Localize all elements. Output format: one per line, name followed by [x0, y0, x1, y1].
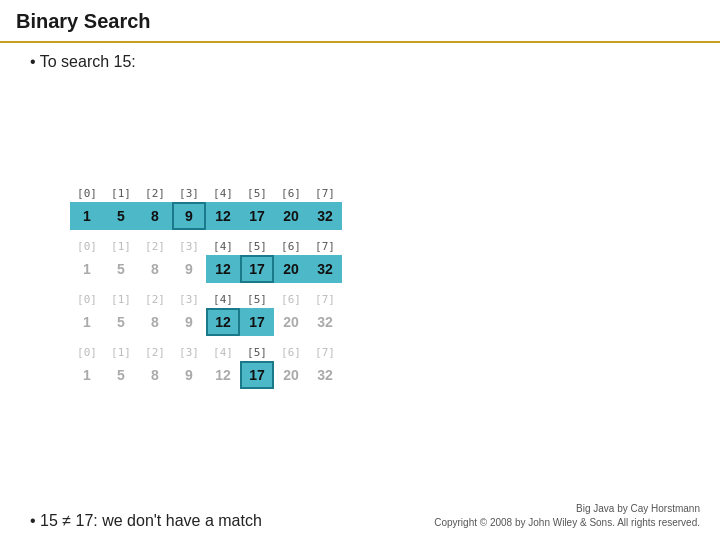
- index-cell-1-7: [7]: [308, 240, 342, 253]
- index-cell-0-2: [2]: [138, 187, 172, 200]
- index-cell-2-2: [2]: [138, 293, 172, 306]
- index-cell-1-3: [3]: [172, 240, 206, 253]
- value-cell-1-6: 20: [274, 255, 308, 283]
- index-cell-2-4: [4]: [206, 293, 240, 306]
- value-cell-2-6: 20: [274, 308, 308, 336]
- value-cell-3-3: 9: [172, 361, 206, 389]
- array-group-3: [0][1][2][3][4][5][6][7]158912172032: [70, 346, 700, 389]
- value-cell-1-2: 8: [138, 255, 172, 283]
- value-cell-2-5: 17: [240, 308, 274, 336]
- value-cell-3-1: 5: [104, 361, 138, 389]
- value-cell-0-6: 20: [274, 202, 308, 230]
- bullet-top-text: • To search 15:: [30, 53, 700, 71]
- bullet-bottom-text: • 15 ≠ 17: we don't have a match: [30, 512, 262, 530]
- index-cell-0-0: [0]: [70, 187, 104, 200]
- page-title: Binary Search: [16, 10, 151, 32]
- value-cell-1-7: 32: [308, 255, 342, 283]
- value-cell-2-0: 1: [70, 308, 104, 336]
- value-cell-2-3: 9: [172, 308, 206, 336]
- index-cell-1-4: [4]: [206, 240, 240, 253]
- value-cell-1-5: 17: [240, 255, 274, 283]
- index-cell-1-1: [1]: [104, 240, 138, 253]
- index-cell-3-5: [5]: [240, 346, 274, 359]
- index-cell-1-2: [2]: [138, 240, 172, 253]
- value-cell-0-2: 8: [138, 202, 172, 230]
- index-cell-2-1: [1]: [104, 293, 138, 306]
- index-cell-2-3: [3]: [172, 293, 206, 306]
- index-cell-3-1: [1]: [104, 346, 138, 359]
- index-cell-3-6: [6]: [274, 346, 308, 359]
- index-cell-0-6: [6]: [274, 187, 308, 200]
- index-cell-0-5: [5]: [240, 187, 274, 200]
- index-cell-2-6: [6]: [274, 293, 308, 306]
- value-cell-0-0: 1: [70, 202, 104, 230]
- value-cell-0-7: 32: [308, 202, 342, 230]
- index-cell-3-7: [7]: [308, 346, 342, 359]
- index-cell-2-0: [0]: [70, 293, 104, 306]
- header: Binary Search: [0, 0, 720, 43]
- index-cell-1-0: [0]: [70, 240, 104, 253]
- value-cell-3-5: 17: [240, 361, 274, 389]
- index-cell-1-6: [6]: [274, 240, 308, 253]
- value-cell-2-2: 8: [138, 308, 172, 336]
- value-cell-2-1: 5: [104, 308, 138, 336]
- arrays-container: [0][1][2][3][4][5][6][7]158912172032[0][…: [70, 77, 700, 498]
- value-cell-3-4: 12: [206, 361, 240, 389]
- index-cell-0-1: [1]: [104, 187, 138, 200]
- array-group-1: [0][1][2][3][4][5][6][7]158912172032: [70, 240, 700, 283]
- index-cell-3-3: [3]: [172, 346, 206, 359]
- value-cell-2-7: 32: [308, 308, 342, 336]
- value-cell-1-1: 5: [104, 255, 138, 283]
- value-cell-1-4: 12: [206, 255, 240, 283]
- value-cell-0-4: 12: [206, 202, 240, 230]
- index-cell-3-0: [0]: [70, 346, 104, 359]
- value-cell-1-0: 1: [70, 255, 104, 283]
- value-cell-3-2: 8: [138, 361, 172, 389]
- index-cell-0-4: [4]: [206, 187, 240, 200]
- value-cell-2-4: 12: [206, 308, 240, 336]
- copyright: Big Java by Cay Horstmann Copyright © 20…: [434, 502, 700, 530]
- footer-section: • 15 ≠ 17: we don't have a match Big Jav…: [30, 502, 700, 530]
- index-cell-3-2: [2]: [138, 346, 172, 359]
- value-cell-0-1: 5: [104, 202, 138, 230]
- value-cell-3-6: 20: [274, 361, 308, 389]
- index-cell-0-7: [7]: [308, 187, 342, 200]
- array-group-2: [0][1][2][3][4][5][6][7]158912172032: [70, 293, 700, 336]
- array-group-0: [0][1][2][3][4][5][6][7]158912172032: [70, 187, 700, 230]
- index-cell-3-4: [4]: [206, 346, 240, 359]
- index-cell-2-5: [5]: [240, 293, 274, 306]
- index-cell-2-7: [7]: [308, 293, 342, 306]
- value-cell-3-7: 32: [308, 361, 342, 389]
- value-cell-0-5: 17: [240, 202, 274, 230]
- value-cell-3-0: 1: [70, 361, 104, 389]
- copyright-line2: Copyright © 2008 by John Wiley & Sons. A…: [434, 516, 700, 530]
- main-content: • To search 15: [0][1][2][3][4][5][6][7]…: [0, 43, 720, 540]
- index-cell-1-5: [5]: [240, 240, 274, 253]
- copyright-line1: Big Java by Cay Horstmann: [434, 502, 700, 516]
- value-cell-1-3: 9: [172, 255, 206, 283]
- value-cell-0-3: 9: [172, 202, 206, 230]
- index-cell-0-3: [3]: [172, 187, 206, 200]
